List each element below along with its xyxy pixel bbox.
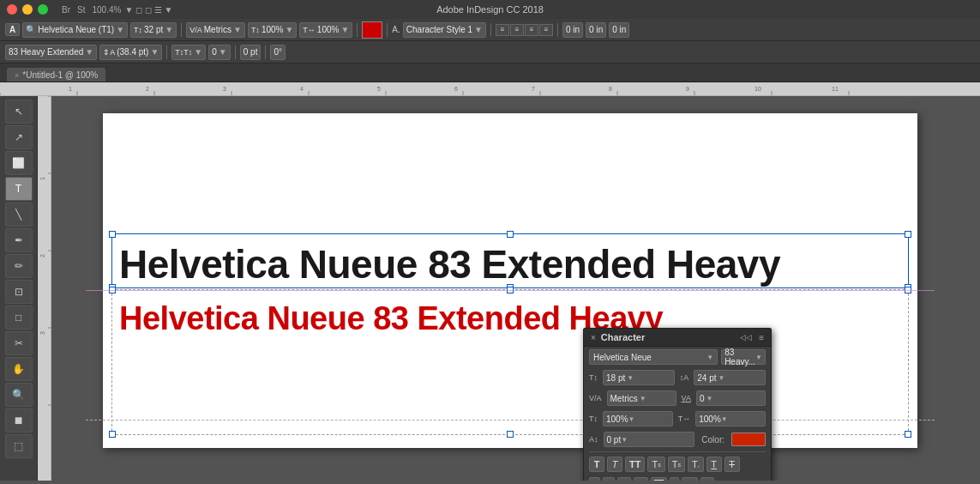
direct-select-tool[interactable]: ↗ [5,125,33,149]
font-name-panel-field[interactable]: Helvetica Neue ▼ [589,349,718,365]
kerning-panel-field[interactable]: 0 ▼ [696,390,766,406]
fill-stroke[interactable]: ■ [5,408,33,433]
horiz-scale-arrow[interactable]: ▼ [721,415,728,423]
type-btn-sub[interactable]: T, [688,457,704,472]
glyph-ordinal[interactable]: 1st [682,477,698,481]
select-tool[interactable]: ↖ [5,100,33,124]
font-variant-arrow[interactable]: ▼ [85,47,93,57]
color-swatch-toolbar[interactable] [362,21,382,39]
page-tool[interactable]: ⬜ [5,151,33,175]
align-left-btn[interactable]: ≡ [496,24,509,36]
type-btn-allcaps[interactable]: TT [625,457,645,472]
glyph-italic-i[interactable]: I [670,477,679,481]
skew-field[interactable]: 0° [270,45,286,60]
scissors-tool[interactable]: ✂ [5,331,33,355]
type-btn-italic[interactable]: T [607,457,622,472]
glyph-st[interactable]: st [617,477,631,481]
inset-top-field[interactable]: 0 in [609,22,629,38]
type-btn-regular[interactable]: T [589,457,604,472]
line-tool[interactable]: ╲ [5,203,33,227]
leading-field[interactable]: ⇕A (38.4 pt) ▼ [99,45,162,60]
handle-bm-2[interactable] [507,431,514,438]
handle-tr[interactable] [905,231,911,238]
baseline-arrow-panel[interactable]: ▼ [621,436,628,444]
vert-scale-field[interactable]: 100% ▼ [603,411,673,427]
kerning-field[interactable]: T↕T↕ ▼ [171,45,206,60]
type-tool[interactable]: T [5,177,33,201]
inset-right-field[interactable]: 0 in [586,22,606,38]
font-name-arrow[interactable]: ▼ [706,354,713,361]
type-btn-super[interactable]: Ts [668,457,685,472]
handle-tm[interactable] [507,231,514,238]
type-btn-strikethrough[interactable]: T [724,457,740,472]
baseline-panel-field[interactable]: 0 pt ▼ [604,432,695,447]
font-dropdown-arrow[interactable]: ▼ [116,25,124,34]
tracking-panel-field[interactable]: Metrics ▼ [607,390,676,406]
traffic-lights [7,4,48,15]
tab-close-icon[interactable]: × [15,71,19,80]
inset-left-field[interactable]: 0 in [562,22,583,38]
handle-br-2[interactable] [905,431,911,438]
type-btn-underline[interactable]: T [706,457,722,472]
close-button[interactable] [7,4,17,15]
title-bar: Br St 100.4% ▼ ◻ ◻ ☰ ▼ Adobe InDesign CC… [0,0,980,19]
v-scale-field[interactable]: T↔ 100% ▼ [299,22,352,38]
glyph-fi[interactable]: fi [589,477,600,481]
font-size-arrow[interactable]: ▼ [165,25,173,34]
rect-tool[interactable]: □ [5,306,33,330]
tracking-arrow-panel[interactable]: ▼ [640,395,646,402]
font-size-field[interactable]: T↕ 32 pt ▼ [130,22,177,38]
h-scale-field[interactable]: T↕ 100% ▼ [248,22,297,38]
tracking-arrow[interactable]: ▼ [233,25,242,34]
tools-sidebar: ↖ ↗ ⬜ T ╲ ✒ ✏ ⊡ □ ✂ ✋ 🔍 ■ ⬚ [0,96,38,481]
hand-tool[interactable]: ✋ [5,357,33,381]
glyph-script-a[interactable]: 𝒜 [634,477,648,481]
h-scale-arrow[interactable]: ▼ [285,25,293,34]
char-style-arrow[interactable]: ▼ [474,25,483,34]
handle-bl-2[interactable] [109,431,116,438]
handle-tl[interactable] [109,231,116,238]
panel-menu-icon[interactable]: ≡ [759,333,764,342]
kerning-val-arrow[interactable]: ▼ [219,47,227,57]
pencil-tool[interactable]: ✏ [5,254,33,278]
maximize-button[interactable] [38,4,48,15]
kerning-arrow-panel[interactable]: ▼ [706,395,713,402]
minimize-button[interactable] [22,4,33,15]
glyph-fraction[interactable]: ½ [700,477,714,481]
align-justify-btn[interactable]: ≡ [539,24,553,36]
mode-toggle[interactable]: ⬚ [5,434,33,458]
type-btn-smallcaps[interactable]: Ts [647,457,664,472]
font-variant-field[interactable]: 83 Heavy Extended ▼ [5,45,97,60]
panel-collapse-icon[interactable]: × [591,333,596,342]
zoom-tool[interactable]: 🔍 [5,383,33,407]
horiz-scale-field[interactable]: 100% ▼ [695,411,766,427]
align-right-btn[interactable]: ≡ [525,24,538,36]
font-size-arrow-panel[interactable]: ▼ [627,374,634,382]
leading-panel-field[interactable]: 24 pt ▼ [694,370,766,385]
vert-scale-arrow[interactable]: ▼ [628,415,635,423]
glyph-ad[interactable]: ad [651,477,667,481]
panel-expand-icon[interactable]: ◁◁ [740,333,752,342]
document-tab[interactable]: × *Untitled-1 @ 100% [7,68,105,82]
tracking-label: V/A [189,26,202,34]
text-frame-2[interactable]: Helvetica Nueue 83 Extended Heavy [111,289,909,435]
glyph-slash-o[interactable]: ø [603,477,615,481]
v-scale-arrow[interactable]: ▼ [340,25,349,34]
character-style-field[interactable]: Character Style 1 ▼ [403,22,486,38]
color-swatch-panel[interactable] [731,433,766,446]
font-style-arrow[interactable]: ▼ [755,354,762,361]
font-style-field[interactable]: 83 Heavy... ▼ [721,349,766,365]
font-name-field[interactable]: 🔍 Helvetica Neue (T1) ▼ [22,22,128,38]
align-center-btn[interactable]: ≡ [510,24,524,36]
kerning-value-field[interactable]: 0 ▼ [208,45,230,60]
leading-arrow-panel[interactable]: ▼ [718,374,725,382]
baseline-shift-field[interactable]: 0 pt [240,45,262,60]
tracking-field[interactable]: V/A Metrics ▼ [186,22,245,38]
pen-tool[interactable]: ✒ [5,228,33,252]
kerning-arrow[interactable]: ▼ [194,47,202,57]
font-size-panel-field[interactable]: 18 pt ▼ [603,370,675,385]
text-frame-1[interactable]: Helvetica Nueue 83 Extended Heavy [111,233,909,288]
rect-frame-tool[interactable]: ⊡ [5,280,33,304]
zoom-level: 100.4% [92,5,121,15]
leading-arrow[interactable]: ▼ [150,47,159,57]
